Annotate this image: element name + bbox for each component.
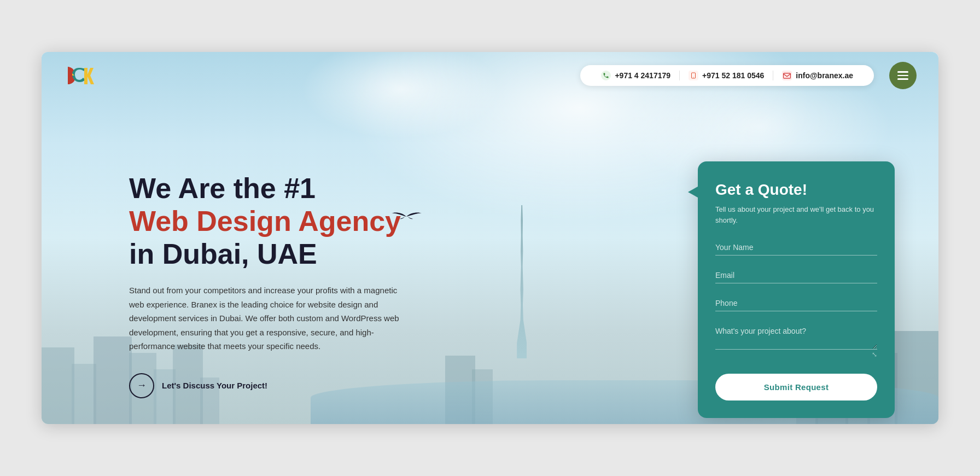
email-input[interactable]	[715, 266, 877, 283]
hero-description: Stand out from your competitors and incr…	[129, 283, 413, 353]
navbar: +971 4 2417179 +971 52 181 0546	[42, 52, 938, 99]
phone1-text: +971 4 2417179	[615, 71, 670, 80]
email-field-wrapper	[715, 266, 877, 283]
email-text: info@branex.ae	[796, 71, 853, 80]
project-field-wrapper: ⤡	[715, 322, 877, 358]
hero-section: +971 4 2417179 +971 52 181 0546	[42, 52, 938, 424]
phone1-contact[interactable]: +971 4 2417179	[592, 71, 679, 80]
phone2-text: +971 52 181 0546	[702, 71, 764, 80]
resize-handle: ⤡	[715, 351, 877, 358]
form-title: Get a Quote!	[715, 181, 877, 199]
browser-window: +971 4 2417179 +971 52 181 0546	[42, 52, 938, 424]
phone2-contact[interactable]: +971 52 181 0546	[679, 71, 773, 80]
mobile-icon	[689, 71, 698, 80]
email-icon	[782, 71, 792, 80]
name-field	[715, 239, 877, 256]
cta-arrow-circle: →	[129, 373, 154, 398]
hero-content: We Are the #1 Web Design Agency in Dubai…	[129, 172, 413, 398]
project-textarea[interactable]	[715, 322, 877, 350]
cta-label: Let's Discuss Your Project!	[162, 381, 267, 390]
submit-button[interactable]: Submit Request	[715, 374, 877, 400]
name-input[interactable]	[715, 239, 877, 256]
hamburger-icon	[897, 71, 908, 80]
menu-button[interactable]	[889, 62, 917, 89]
svg-rect-2	[784, 73, 791, 78]
form-subtitle: Tell us about your project and we'll get…	[715, 204, 877, 225]
email-contact[interactable]: info@branex.ae	[773, 71, 862, 80]
hero-title: We Are the #1 Web Design Agency in Dubai…	[129, 172, 413, 270]
phone-icon	[601, 71, 611, 80]
phone-input[interactable]	[715, 294, 877, 311]
cta-arrow-icon: →	[137, 380, 147, 391]
quote-form: Get a Quote! Tell us about your project …	[698, 161, 895, 418]
nav-contact-bar: +971 4 2417179 +971 52 181 0546	[580, 65, 874, 86]
logo[interactable]	[63, 62, 94, 89]
hero-cta-button[interactable]: → Let's Discuss Your Project!	[129, 373, 413, 398]
svg-point-1	[693, 77, 694, 78]
phone-field-wrapper	[715, 294, 877, 311]
resize-icon: ⤡	[872, 351, 877, 358]
